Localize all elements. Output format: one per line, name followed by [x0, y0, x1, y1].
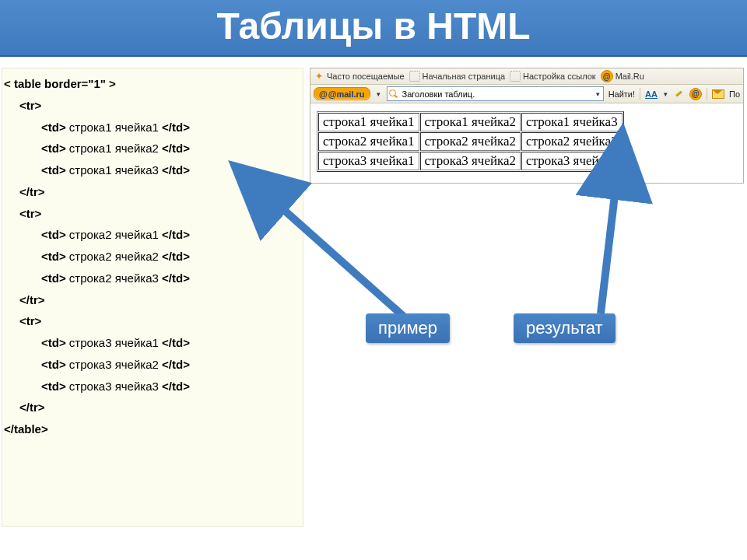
code-tag-tr-open: <tr>	[19, 314, 41, 327]
table-cell: строка1 ячейка2	[420, 113, 521, 131]
table-cell: строка2 ячейка1	[318, 132, 419, 151]
code-tag-table-close: </table>	[4, 422, 48, 436]
code-tag-td-close: </td>	[162, 121, 190, 134]
callout-example: пример	[366, 313, 450, 343]
code-cell-text: строка2 ячейка3	[69, 271, 159, 285]
bookmark-label: Часто посещаемые	[327, 72, 405, 81]
table-cell: строка2 ячейка3	[521, 132, 622, 151]
page-icon	[409, 71, 420, 82]
code-cell-text: строка1 ячейка3	[69, 163, 159, 177]
text-size-button[interactable]: AA	[645, 89, 658, 99]
slide-body: < table border="1" > <tr> <td> строка1 я…	[0, 57, 747, 555]
code-tag-td-close: </td>	[162, 163, 190, 177]
callout-result: результат	[514, 313, 615, 343]
code-tag-td-open: <td>	[41, 380, 66, 393]
search-icon	[389, 89, 398, 99]
table-cell: строка2 ячейка2	[420, 132, 521, 151]
bookmark-icon: ✦	[314, 71, 324, 82]
code-tag-td-open: <td>	[41, 336, 66, 349]
dropdown-arrow-icon[interactable]: ▾	[662, 90, 669, 98]
code-tag-td-open: <td>	[41, 271, 66, 285]
table-cell: строка1 ячейка3	[521, 113, 622, 131]
code-tag-td-open: <td>	[41, 121, 66, 134]
code-tag-td-open: <td>	[41, 228, 66, 241]
code-tag-td-close: </td>	[162, 228, 190, 241]
code-tag-td-close: </td>	[162, 271, 190, 285]
table-row: строка2 ячейка1 строка2 ячейка2 строка2 …	[318, 132, 622, 151]
search-field-wrap: ▾	[387, 86, 604, 101]
mail-label: По	[729, 89, 740, 99]
dropdown-arrow-icon[interactable]: ▾	[594, 90, 601, 98]
search-input[interactable]	[401, 87, 592, 100]
code-tag-td-open: <td>	[41, 358, 66, 371]
code-cell-text: строка3 ячейка2	[69, 358, 159, 371]
code-cell-text: строка1 ячейка1	[69, 121, 159, 134]
browser-window: ✦ Часто посещаемые Начальная страница На…	[310, 68, 744, 184]
code-cell-text: строка2 ячейка2	[69, 250, 159, 263]
code-tag-td-close: </td>	[162, 336, 190, 349]
code-tag-table-open: < table border="1" >	[4, 77, 116, 90]
code-tag-td-close: </td>	[162, 250, 190, 263]
code-tag-td-close: </td>	[162, 380, 190, 393]
result-table: строка1 ячейка1 строка1 ячейка2 строка1 …	[317, 111, 624, 172]
code-cell-text: строка2 ячейка1	[69, 228, 159, 241]
browser-bookmarks-bar: ✦ Часто посещаемые Начальная страница На…	[310, 68, 743, 85]
mailru-logo[interactable]: @@mail.ru	[314, 87, 370, 100]
svg-line-3	[601, 169, 618, 313]
code-cell-text: строка3 ячейка3	[69, 380, 159, 393]
table-cell: строка3 ячейка1	[318, 152, 419, 170]
code-cell-text: строка3 ячейка1	[69, 336, 159, 349]
mailru-icon[interactable]: @	[689, 88, 702, 100]
rendered-output: строка1 ячейка1 строка1 ячейка2 строка1 …	[310, 103, 743, 183]
code-tag-tr-close: </tr>	[19, 293, 45, 306]
pencil-icon[interactable]	[674, 89, 685, 100]
code-tag-td-open: <td>	[41, 250, 66, 263]
find-button[interactable]: Найти!	[608, 89, 635, 99]
code-tag-tr-close: </tr>	[19, 401, 45, 414]
mail-icon[interactable]	[712, 89, 724, 99]
code-tag-tr-open: <tr>	[19, 99, 41, 112]
browser-search-toolbar: @@mail.ru ▾ ▾ Найти! AA ▾ @ По	[310, 85, 743, 103]
table-cell: строка3 ячейка2	[420, 152, 521, 170]
mailru-icon: @	[601, 70, 613, 82]
code-tag-tr-open: <tr>	[19, 207, 41, 220]
code-tag-td-open: <td>	[41, 163, 66, 177]
svg-line-1	[263, 191, 405, 317]
arrow-to-code	[249, 177, 420, 333]
code-tag-td-close: </td>	[162, 358, 190, 371]
toolbar-separator	[640, 88, 640, 100]
table-cell: строка1 ячейка1	[318, 113, 419, 131]
code-tag-td-open: <td>	[41, 142, 66, 155]
arrow-to-result	[585, 158, 647, 321]
slide-title: Таблицы в HTML	[0, 0, 747, 57]
bookmark-label: Настройка ссылок	[523, 72, 596, 81]
table-row: строка3 ячейка1 строка3 ячейка2 строка3 …	[318, 152, 622, 170]
page-icon	[510, 71, 521, 82]
bookmark-mailru[interactable]: @ Mail.Ru	[601, 70, 644, 82]
code-tag-tr-close: </tr>	[19, 185, 45, 198]
mailru-logo-text: @mail.ru	[328, 89, 365, 99]
dropdown-arrow-icon[interactable]: ▾	[375, 90, 382, 98]
bookmark-label: Начальная страница	[423, 72, 505, 81]
table-row: строка1 ячейка1 строка1 ячейка2 строка1 …	[318, 113, 622, 131]
code-cell-text: строка1 ячейка2	[69, 142, 159, 155]
code-tag-td-close: </td>	[162, 142, 190, 155]
bookmark-start-page[interactable]: Начальная страница	[409, 71, 505, 82]
bookmark-link-settings[interactable]: Настройка ссылок	[510, 71, 596, 82]
bookmark-frequent[interactable]: ✦ Часто посещаемые	[314, 71, 405, 82]
bookmark-label: Mail.Ru	[615, 72, 644, 81]
toolbar-separator	[707, 88, 707, 100]
